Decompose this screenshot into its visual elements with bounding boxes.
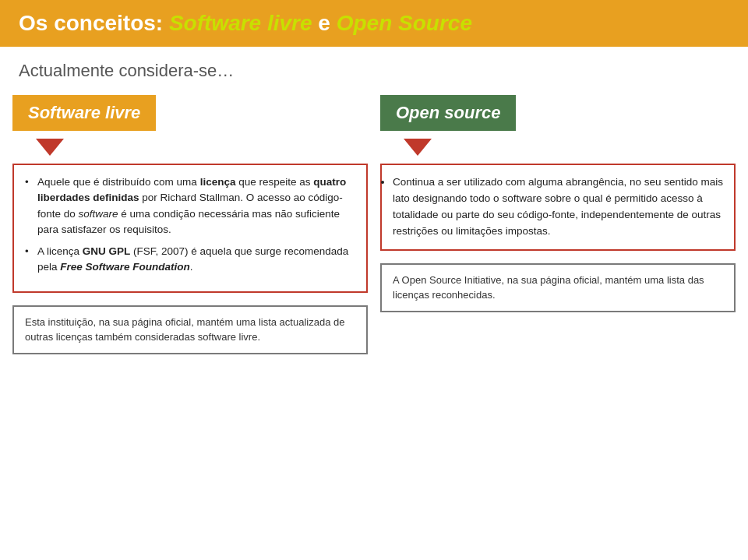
right-sub-box: A Open Source Initiative, na sua página … [380, 263, 736, 312]
bullet1-after: que respeite as [235, 176, 313, 188]
bullet2-italic: software [79, 208, 118, 220]
arrow-down-left [36, 139, 64, 156]
open-source-label: Open source [380, 95, 516, 131]
right-software-italic: software [502, 192, 542, 204]
bullet1-end: por Richard Stallman. [139, 192, 244, 203]
title-prefix: Os conceitos: [19, 11, 169, 35]
left-sub-box: Esta instituição, na sua página oficial,… [12, 305, 368, 354]
bullet3-before: A licença [37, 245, 83, 257]
label-software: Software [28, 103, 101, 122]
bullet1-before: Aquele que é distribuído com uma [37, 176, 200, 188]
bullet3-bold: GNU GPL [83, 245, 131, 257]
title-software: Software livre [169, 11, 312, 35]
bullet3-italic: Free Software Foundation [60, 261, 190, 273]
arrow-down-right [404, 139, 432, 156]
title-open: Open Source [337, 11, 472, 35]
right-subbox-before: A [393, 274, 402, 286]
subtitle: Actualmente considera-se… [0, 61, 748, 81]
bullet3-end: . [190, 261, 193, 273]
header: Os conceitos: Software livre e Open Sour… [0, 0, 748, 47]
left-bullet-1: Aquele que é distribuído com uma licença… [25, 174, 355, 238]
label-livre: livre [101, 103, 140, 122]
main-content: Software livre Aquele que é distribuído … [0, 95, 748, 354]
left-content-box: Aquele que é distribuído com uma licença… [12, 164, 368, 293]
left-bullet-2: A licença GNU GPL (FSF, 2007) é aquela q… [25, 244, 355, 276]
bullet1-bold: licença [200, 176, 236, 188]
left-subbox-text: Esta instituição, na sua página oficial,… [25, 316, 344, 343]
title-middle: e [312, 11, 337, 35]
right-content-box: Continua a ser utilizado com alguma abra… [380, 164, 736, 251]
right-column: Open source Continua a ser utilizado com… [380, 95, 736, 354]
software-libre-label: Software livre [12, 95, 156, 131]
page-title: Os conceitos: Software livre e Open Sour… [19, 11, 729, 36]
left-column: Software livre Aquele que é distribuído … [12, 95, 368, 354]
right-subbox-italic: Open Source Initiative [402, 274, 502, 286]
right-bullet-1: Continua a ser utilizado com alguma abra… [393, 174, 723, 240]
